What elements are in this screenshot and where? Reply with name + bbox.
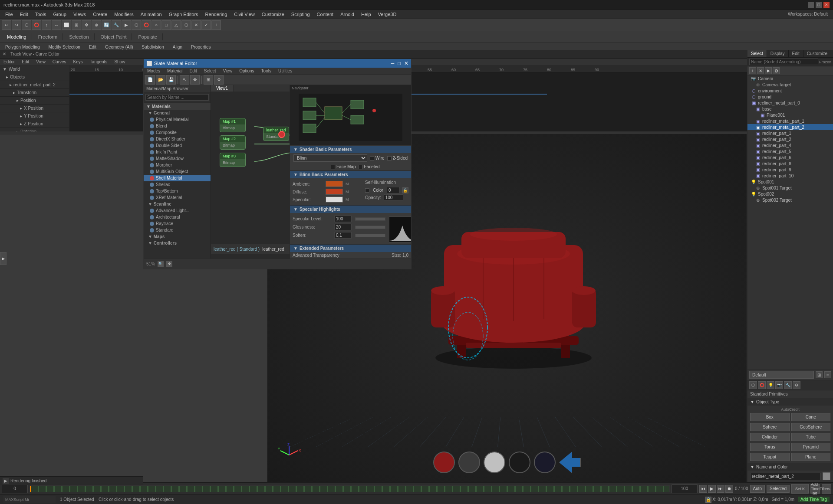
- filters-btn[interactable]: Filters...: [822, 484, 831, 494]
- color-swatch-4[interactable]: [534, 452, 556, 473]
- me-menu-select[interactable]: Select: [201, 68, 220, 74]
- scene-tab-customize[interactable]: Customize: [803, 50, 831, 57]
- track-name-y-position[interactable]: ▸ Y Position: [0, 112, 69, 120]
- me-select-btn[interactable]: ↖: [180, 75, 189, 85]
- toolbar-btn-14[interactable]: ⭕: [142, 20, 151, 30]
- ribbon-subtab-geometry-(all)[interactable]: Geometry (All): [102, 44, 136, 50]
- track-name-recliner_metal_part_2[interactable]: ▸ recliner_metal_part_2: [0, 81, 69, 89]
- track-name-x-position[interactable]: ▸ X Position: [0, 105, 69, 112]
- obj-type-btn-plane[interactable]: Plane: [791, 453, 831, 461]
- object-name-input[interactable]: [750, 473, 821, 480]
- mat-item-xref-material[interactable]: XRef Material: [144, 194, 211, 201]
- tree-item-recliner_part_4[interactable]: ▣recliner_part_4: [747, 142, 833, 148]
- menu-item-arnold[interactable]: Arnold: [337, 10, 358, 19]
- frame-end[interactable]: 100: [672, 484, 698, 493]
- mat-item-morpher[interactable]: Morpher: [144, 162, 211, 168]
- geo-btn[interactable]: ⬡: [749, 381, 757, 389]
- mat-item-matte/shadow[interactable]: Matte/Shadow: [144, 155, 211, 162]
- node-3[interactable]: Map #3 Bitmap: [220, 153, 246, 167]
- timeline-playhead[interactable]: [30, 486, 31, 492]
- toolbar-btn-9[interactable]: ⊕: [92, 20, 101, 30]
- scene-delete-btn[interactable]: ✕: [757, 67, 764, 74]
- wire-check[interactable]: Wire: [370, 156, 385, 160]
- menu-item-customize[interactable]: Customize: [258, 10, 288, 19]
- scene-tab-display[interactable]: Display: [767, 50, 789, 57]
- mat-item-double-sided[interactable]: Double Sided: [144, 142, 211, 149]
- blinn-basic-header[interactable]: ▼ Blinn Basic Parameters: [290, 171, 411, 178]
- mat-item-advanced-light...[interactable]: Advanced Light...: [144, 207, 211, 214]
- toolbar-btn-4[interactable]: ↕: [42, 20, 51, 30]
- me-menu-options[interactable]: Options: [236, 68, 257, 74]
- spec-level-slider[interactable]: [355, 217, 385, 221]
- tree-item-recliner_part_8[interactable]: ▣recliner_part_8: [747, 160, 833, 167]
- tree-item-spot001-target[interactable]: ⊕Spot001.Target: [747, 185, 833, 191]
- name-color-header[interactable]: ▼ Name and Color: [747, 463, 833, 471]
- system-btn[interactable]: ⚙: [793, 381, 800, 389]
- track-menu-show[interactable]: Show: [111, 59, 128, 65]
- node-4[interactable]: leather_red Standard: [263, 127, 289, 141]
- obj-type-btn-cone[interactable]: Cone: [791, 413, 831, 421]
- facemap-check[interactable]: Face Map: [331, 164, 356, 169]
- toolbar-btn-11[interactable]: 🔧: [112, 20, 121, 30]
- set-k-btn[interactable]: Set K: [791, 484, 809, 494]
- next-frame-btn[interactable]: ⏭: [717, 485, 724, 493]
- node-2[interactable]: Map #2 Bitmap: [220, 135, 246, 150]
- tree-item-ground[interactable]: ⬡ground: [747, 94, 833, 100]
- add-time-tag-btn[interactable]: Add Time Tag: [810, 484, 820, 494]
- tree-item-camera-target[interactable]: ⊕Camera.Target: [747, 82, 833, 88]
- frame-start[interactable]: 0: [2, 484, 28, 493]
- track-menu-keys[interactable]: Keys: [70, 59, 86, 65]
- color-swatch-5[interactable]: [559, 452, 581, 473]
- tree-item-plane001[interactable]: ▣Plane001: [747, 112, 833, 118]
- me-open-btn[interactable]: 📂: [156, 75, 165, 85]
- track-name-rotation[interactable]: ▸ Rotation: [0, 128, 69, 131]
- ribbon-subtab-align[interactable]: Align: [169, 44, 186, 50]
- color-swatch-2[interactable]: [484, 452, 505, 473]
- ribbon-tab-object paint[interactable]: Object Paint: [95, 33, 132, 40]
- obj-type-btn-tube[interactable]: Tube: [791, 433, 831, 441]
- add-time-tag-status[interactable]: Add Time Tag: [798, 497, 830, 502]
- mat-section-header[interactable]: ▼ Materials: [144, 103, 211, 110]
- track-menu-editor[interactable]: Editor: [0, 59, 18, 65]
- minimize-button[interactable]: ─: [808, 2, 814, 8]
- cam-btn[interactable]: 📷: [775, 381, 783, 389]
- toolbar-btn-6[interactable]: ⬜: [62, 20, 71, 30]
- toolbar-btn-7[interactable]: ⊞: [72, 20, 81, 30]
- toolbar-btn-2[interactable]: ⬡: [22, 20, 31, 30]
- node-editor[interactable]: View1 Map #1 Bitmap: [211, 85, 290, 259]
- ribbon-subtab-edit[interactable]: Edit: [86, 44, 100, 50]
- menu-item-views[interactable]: Views: [70, 10, 89, 19]
- timeline-scrubber[interactable]: [30, 485, 670, 492]
- ribbon-tab-populate[interactable]: Populate: [133, 33, 162, 40]
- tree-item-recliner_part_10[interactable]: ▣recliner_part_10: [747, 173, 833, 179]
- track-view-close[interactable]: ✕: [3, 52, 6, 56]
- mat-item-multi/sub-object[interactable]: Multi/Sub-Object: [144, 168, 211, 175]
- menu-item-group[interactable]: Group: [49, 10, 70, 19]
- shader-type-select[interactable]: Blinn: [293, 154, 367, 162]
- props-view-btn[interactable]: ⊞: [816, 371, 823, 378]
- me-node-area[interactable]: Map #1 Bitmap Map #2 Bitmap Map #3 Bitma…: [211, 92, 290, 244]
- menu-item-scripting[interactable]: Scripting: [288, 10, 313, 19]
- soften-input[interactable]: [334, 232, 352, 239]
- toolbar-btn-5[interactable]: ↔: [52, 20, 61, 30]
- me-new-btn[interactable]: 📄: [145, 75, 155, 85]
- mat-item-directx-shader[interactable]: DirectX Shader: [144, 136, 211, 142]
- mat-item-top/bottom[interactable]: Top/Bottom: [144, 188, 211, 194]
- tree-item-recliner_part_2[interactable]: ▣recliner_part_2: [747, 136, 833, 142]
- toolbar-btn-1[interactable]: ↪: [12, 20, 21, 30]
- tree-item-recliner_metal_part_0[interactable]: ▣recliner_metal_part_0: [747, 100, 833, 106]
- tree-item-recliner_metal_part_1[interactable]: ▣recliner_metal_part_1: [747, 118, 833, 124]
- left-expand-bottom[interactable]: ▶: [0, 252, 7, 265]
- tree-item-spot002[interactable]: 💡Spot002: [747, 191, 833, 197]
- obj-type-btn-geosphere[interactable]: GeoSphere: [791, 423, 831, 431]
- toolbar-btn-0[interactable]: ↩: [2, 20, 11, 30]
- mat-item-shellac[interactable]: Shellac: [144, 181, 211, 188]
- time-mode-btn[interactable]: Auto: [750, 485, 765, 493]
- ribbon-subtab-subdivision[interactable]: Subdivision: [138, 44, 168, 50]
- toolbar-btn-13[interactable]: ⬡: [132, 20, 141, 30]
- ambient-swatch[interactable]: [326, 181, 343, 187]
- menu-item-tools[interactable]: Tools: [32, 10, 50, 19]
- toolbar-btn-17[interactable]: △: [171, 20, 181, 30]
- toolbar-btn-18[interactable]: ⬡: [181, 20, 191, 30]
- me-menu-utilities[interactable]: Utilities: [275, 68, 296, 74]
